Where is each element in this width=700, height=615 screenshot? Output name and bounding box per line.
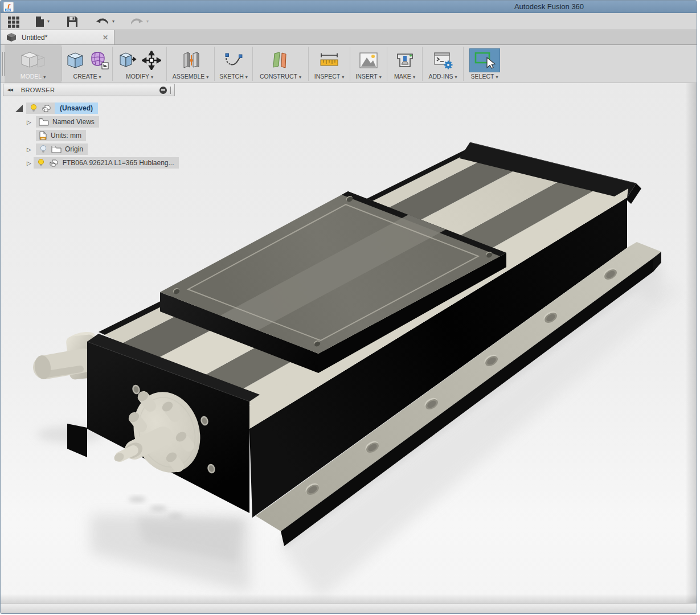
fusion360-window: ◀◀ BROWSER: [0, 0, 700, 615]
ribbon-create-menu[interactable]: CREATE▾: [62, 45, 112, 83]
ribbon-modify-menu[interactable]: MODIFY▾: [113, 45, 166, 83]
file-caret-icon[interactable]: ▾: [47, 19, 50, 24]
units-document-icon: [39, 131, 47, 140]
insert-image-icon: [358, 51, 379, 70]
inspect-label: INSPECT▾: [314, 73, 345, 80]
ribbon-addins-menu[interactable]: ADD-INS▾: [423, 45, 463, 83]
undo-button[interactable]: ▾: [95, 17, 114, 27]
create-box-icon: [66, 51, 85, 70]
document-tab-bar: Untitled* ✕: [1, 30, 697, 45]
ribbon-inspect-menu[interactable]: INSPECT▾: [309, 45, 350, 83]
save-button[interactable]: [67, 16, 78, 27]
component-icon: [49, 158, 59, 167]
bulb-on-icon[interactable]: [29, 104, 38, 113]
window-title: Autodesk Fusion 360: [514, 2, 584, 11]
create-label: CREATE▾: [73, 73, 101, 80]
tree-row-units[interactable]: Units: mm: [3, 129, 175, 142]
tree-row-named-views[interactable]: ▷ Named Views: [3, 115, 175, 129]
undo-caret-icon[interactable]: ▾: [112, 19, 114, 24]
browser-title: BROWSER: [21, 87, 55, 93]
expand-arrow-icon[interactable]: ▷: [27, 160, 31, 166]
select-icon: [473, 51, 496, 70]
browser-tree: (Unsaved) ▷ Named Views: [3, 96, 175, 170]
window-bottom-edge: [1, 603, 697, 614]
move-icon: [142, 51, 161, 70]
sketch-spline-icon: [223, 51, 244, 70]
assemble-label: ASSEMBLE▾: [173, 73, 209, 80]
ribbon-insert-menu[interactable]: INSERT▾: [350, 45, 387, 83]
document-root-label[interactable]: (Unsaved): [55, 102, 98, 114]
tab-title: Untitled*: [22, 34, 97, 42]
folder-icon: [39, 118, 49, 126]
collapse-panel-icon[interactable]: ◀◀: [7, 88, 13, 92]
insert-label: INSERT▾: [355, 73, 381, 80]
ribbon-sketch-menu[interactable]: SKETCH▾: [215, 45, 252, 83]
tree-row-root[interactable]: (Unsaved): [3, 101, 175, 115]
tree-item-label[interactable]: FTB06A 92621A L1=365 Hublaeng...: [63, 159, 174, 167]
press-pull-icon: [118, 51, 138, 70]
title-bar[interactable]: f 360 Autodesk Fusion 360: [1, 1, 697, 13]
ribbon-make-menu[interactable]: MAKE▾: [387, 45, 422, 83]
document-cube-icon: [6, 32, 17, 42]
addins-label: ADD-INS▾: [428, 73, 457, 80]
fusion-logo-icon: f 360: [3, 2, 14, 12]
ribbon-assemble-menu[interactable]: ASSEMBLE▾: [167, 45, 214, 83]
file-icon: [35, 16, 45, 27]
tab-close-icon[interactable]: ✕: [103, 34, 108, 42]
redo-button[interactable]: ▾: [129, 17, 149, 27]
component-icon: [42, 104, 52, 113]
select-active-tile[interactable]: [469, 48, 500, 72]
ribbon-construct-menu[interactable]: CONSTRUCT▾: [253, 45, 308, 83]
construct-label: CONSTRUCT▾: [260, 73, 301, 80]
tree-row-component[interactable]: ▷ FTB06A 92621A L1=365 Hublaeng...: [3, 156, 175, 170]
sketch-label: SKETCH▾: [219, 73, 248, 80]
tree-item-label[interactable]: Named Views: [52, 118, 95, 126]
window-frame: ◀◀ BROWSER: [0, 0, 697, 614]
expand-arrow-icon[interactable]: ▷: [27, 119, 34, 125]
browser-header[interactable]: ◀◀ BROWSER: [3, 84, 175, 96]
bulb-off-icon[interactable]: [39, 145, 48, 154]
save-icon: [67, 16, 78, 27]
tree-row-origin[interactable]: ▷ Origin: [3, 142, 175, 156]
quick-access-toolbar: ▾ ▾ ▾: [1, 13, 697, 30]
measure-icon: [318, 51, 340, 70]
redo-icon: [129, 17, 144, 27]
ribbon-select-tool[interactable]: SELECT▾: [464, 45, 505, 83]
ribbon-toolbar: MODEL▾ CREATE▾: [1, 45, 697, 83]
select-label: SELECT▾: [471, 73, 498, 80]
redo-caret-icon: ▾: [146, 19, 149, 24]
workspace-selector-model[interactable]: MODEL▾: [5, 45, 62, 83]
model-workspace-icon: [21, 50, 46, 71]
panel-grip-icon[interactable]: [170, 87, 171, 94]
model-label: MODEL▾: [21, 73, 46, 80]
addins-script-icon: [432, 51, 454, 70]
create-form-icon: [88, 50, 109, 71]
3d-print-icon: [395, 51, 415, 70]
app-grid-icon[interactable]: [7, 15, 20, 28]
joint-icon: [181, 51, 201, 70]
viewport-bottom-edge-shadow: [1, 594, 697, 603]
gear-icon: [444, 61, 452, 69]
minimize-browser-icon[interactable]: [159, 87, 167, 94]
file-menu-button[interactable]: ▾: [35, 16, 50, 27]
tree-item-label: Units: mm: [51, 132, 81, 140]
make-label: MAKE▾: [394, 73, 415, 80]
viewport-right-edge-shadow: [685, 83, 697, 603]
construct-plane-icon: [270, 51, 292, 70]
expanded-triangle-icon[interactable]: [15, 105, 23, 112]
undo-icon: [95, 17, 110, 27]
viewport-3d[interactable]: ◀◀ BROWSER: [1, 83, 697, 603]
bulb-on-icon[interactable]: [36, 158, 46, 167]
folder-icon: [51, 145, 62, 153]
browser-panel: ◀◀ BROWSER: [3, 84, 175, 170]
document-tab[interactable]: Untitled* ✕: [1, 30, 114, 44]
expand-arrow-icon[interactable]: ▷: [27, 146, 34, 153]
modify-label: MODIFY▾: [126, 73, 153, 80]
tree-item-label[interactable]: Origin: [65, 145, 83, 153]
